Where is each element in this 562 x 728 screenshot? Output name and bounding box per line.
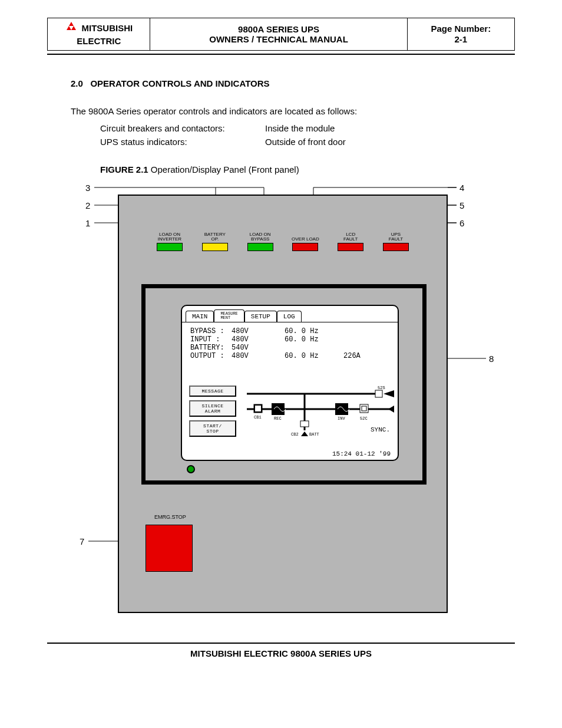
- svg-marker-0: [69, 22, 74, 26]
- svg-text:52C: 52C: [360, 416, 368, 421]
- led-indicator-row: LOAD ONINVERTER BATTERYOP. LOAD ONBYPASS…: [148, 231, 417, 251]
- doc-title-line1: 9800A SERIES UPS: [238, 24, 319, 34]
- lcd-screen: MAIN MEASURE MENT SETUP LOG BYPASS :480V…: [181, 305, 399, 461]
- svg-marker-36: [301, 431, 308, 436]
- svg-rect-30: [272, 403, 285, 415]
- svg-rect-28: [255, 406, 261, 411]
- led-indicator: [383, 243, 409, 251]
- section-heading: 2.0 OPERATOR CONTROLS AND INDICATORS: [71, 78, 515, 88]
- led-lcd-fault: LCDFAULT: [329, 231, 372, 251]
- front-panel: LOAD ONINVERTER BATTERYOP. LOAD ONBYPASS…: [118, 195, 448, 613]
- screen-buttons: MESSAGE SILENCE ALARM START/ STOP: [189, 386, 236, 440]
- emrg-stop-label: EMRG.STOP: [154, 514, 186, 520]
- tab-setup[interactable]: SETUP: [244, 311, 277, 322]
- screen-tabs: MAIN MEASURE MENT SETUP LOG: [182, 306, 398, 322]
- tab-log[interactable]: LOG: [277, 311, 302, 322]
- svg-rect-41: [362, 406, 366, 411]
- company-line2: ELECTRIC: [77, 36, 121, 46]
- tab-measurement[interactable]: MEASURE MENT: [214, 309, 244, 322]
- svg-text:CB2: CB2: [291, 432, 299, 437]
- led-indicator: [202, 243, 228, 251]
- message-button[interactable]: MESSAGE: [189, 386, 236, 397]
- emergency-stop-button[interactable]: [146, 525, 193, 572]
- page-number: 2-1: [454, 34, 467, 44]
- one-line-diagram: 52S CB1 REC CB2 BATT: [247, 386, 394, 430]
- power-indicator-icon: [187, 465, 195, 473]
- start-stop-button[interactable]: START/ STOP: [189, 420, 236, 437]
- silence-alarm-button[interactable]: SILENCE ALARM: [189, 400, 236, 417]
- doc-title-line2: OWNERS / TECHNICAL MANUAL: [209, 34, 348, 44]
- figure-panel-diagram: 3 2 1 4 5 6 8 7: [65, 183, 513, 619]
- page-footer: MITSUBISHI ELECTRIC 9800A SERIES UPS: [47, 648, 515, 658]
- page-number-label: Page Number:: [431, 24, 491, 34]
- svg-text:BATT: BATT: [309, 432, 319, 437]
- led-indicator: [247, 243, 273, 251]
- mitsubishi-logo-icon: [65, 22, 78, 36]
- led-indicator: [157, 243, 183, 251]
- svg-text:SYNC.: SYNC.: [371, 426, 390, 433]
- page-header: MITSUBISHI ELECTRIC 9800A SERIES UPS OWN…: [47, 18, 515, 51]
- intro-text: The 9800A Series operator controls and i…: [71, 106, 515, 116]
- location-row: UPS status indicators: Outside of front …: [100, 137, 515, 147]
- figure-caption: FIGURE 2.1 Operation/Display Panel (Fron…: [100, 164, 515, 174]
- svg-text:52S: 52S: [378, 386, 385, 390]
- svg-marker-23: [384, 390, 394, 397]
- readings-block: BYPASS :480V60. 0 Hz INPUT :480V60. 0 Hz…: [182, 322, 398, 365]
- svg-text:CB1: CB1: [254, 415, 262, 420]
- svg-marker-2: [71, 26, 76, 30]
- svg-rect-38: [335, 403, 348, 415]
- led-load-on-bypass: LOAD ONBYPASS: [239, 231, 282, 251]
- led-load-on-inverter: LOAD ONINVERTER: [148, 231, 191, 251]
- led-battery-op: BATTERYOP.: [194, 231, 236, 251]
- svg-text:REC: REC: [274, 416, 282, 421]
- svg-rect-22: [375, 390, 382, 397]
- led-indicator: [292, 243, 318, 251]
- led-overload: OVER LOAD: [284, 231, 326, 251]
- lcd-frame: MAIN MEASURE MENT SETUP LOG BYPASS :480V…: [141, 284, 427, 485]
- screen-timestamp: 15:24 01-12 '99: [332, 450, 391, 457]
- company-line1: MITSUBISHI: [81, 23, 133, 33]
- led-ups-fault: UPSFAULT: [375, 231, 417, 251]
- location-row: Circuit breakers and contactors: Inside …: [100, 123, 515, 133]
- svg-rect-34: [300, 421, 309, 427]
- tab-main[interactable]: MAIN: [186, 311, 214, 322]
- svg-marker-26: [388, 406, 394, 413]
- svg-text:INV: INV: [338, 416, 345, 421]
- led-indicator: [338, 243, 363, 251]
- svg-marker-1: [67, 26, 71, 30]
